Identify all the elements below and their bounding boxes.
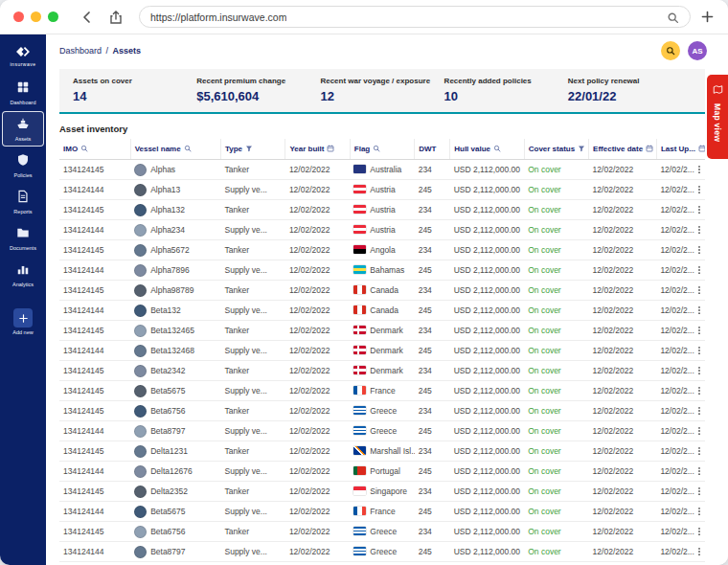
row-menu-button[interactable]	[694, 264, 704, 276]
row-menu-button[interactable]	[694, 506, 704, 517]
new-tab-button[interactable]	[700, 10, 715, 24]
share-icon[interactable]	[108, 10, 124, 25]
vessel-name: Beta2342	[150, 366, 185, 375]
cell-vessel-name: Beta6756	[130, 401, 220, 421]
column-header-effective-date[interactable]: Effective date	[589, 139, 657, 160]
table-row[interactable]: 134124145Beta6756Tanker12/02/2022Greece2…	[59, 522, 705, 542]
search-icon[interactable]	[667, 11, 679, 23]
row-menu-button[interactable]	[694, 365, 704, 376]
table-row[interactable]: 134124145Beta5675Supply ve...12/02/2022F…	[59, 381, 705, 401]
filter-icon[interactable]	[245, 145, 253, 152]
sidebar-item-dashboard[interactable]: Dashboard	[2, 75, 44, 110]
row-menu-button[interactable]	[694, 385, 704, 396]
status-badge: On cover	[528, 245, 561, 255]
calendar-icon[interactable]	[646, 145, 653, 152]
sidebar-item-documents[interactable]: Documents	[2, 220, 44, 256]
table-row[interactable]: 134124145Delta1231Tanker12/02/2022Marsha…	[59, 441, 705, 462]
table-row[interactable]: 134124144Beta8797Supply ve...12/02/2022G…	[59, 542, 705, 562]
cell-cover-status: On cover	[524, 401, 588, 421]
search-icon[interactable]	[184, 145, 192, 152]
row-menu-button[interactable]	[694, 184, 704, 195]
table-row[interactable]: 134124144Delta12676Supply ve...12/02/202…	[59, 462, 705, 482]
table-row[interactable]: 134124144Beta132468Supply ve...12/02/202…	[59, 341, 705, 361]
table-row[interactable]: 134124144Beta5675Supply ve...12/02/2022F…	[59, 502, 705, 522]
row-menu-button[interactable]	[694, 445, 704, 457]
minimize-window-button[interactable]	[31, 11, 41, 22]
stat-card: Recently added policies10	[444, 77, 568, 103]
row-menu-button[interactable]	[694, 546, 704, 557]
last-updated-value: 12/02/2...	[660, 346, 694, 355]
close-window-button[interactable]	[13, 11, 24, 22]
table-row[interactable]: 134124145AlphasTanker12/02/2022Australia…	[59, 160, 705, 180]
column-header-year-built[interactable]: Year built	[285, 139, 350, 160]
row-menu-button[interactable]	[694, 204, 704, 215]
sidebar-item-label: Policies	[14, 172, 33, 178]
table-row[interactable]: 134124145Alpha132Tanker12/02/2022Austria…	[59, 200, 705, 220]
cell-hull-value: USD 2,112,000.00	[450, 341, 525, 361]
column-header-imo[interactable]: IMO	[59, 139, 130, 160]
back-icon[interactable]	[80, 10, 95, 25]
vessel-avatar	[134, 486, 147, 498]
column-header-flag[interactable]: Flag	[350, 139, 414, 160]
map-view-button[interactable]: Map view	[707, 75, 728, 159]
avatar[interactable]: AS	[688, 41, 707, 60]
sidebar-item-assets[interactable]: Assets	[2, 111, 44, 147]
column-header-cover-status[interactable]: Cover status	[524, 139, 588, 160]
table-row[interactable]: 134124145Alpha98789Tanker12/02/2022Canad…	[59, 281, 705, 301]
row-menu-button[interactable]	[694, 244, 704, 256]
row-menu-button[interactable]	[694, 325, 704, 336]
search-icon[interactable]	[373, 145, 380, 152]
sidebar-item-analytics[interactable]: Analytics	[2, 257, 44, 292]
filter-icon[interactable]	[578, 145, 585, 152]
table-row[interactable]: 134124145Beta132465Tanker12/02/2022Denma…	[59, 321, 705, 341]
row-menu-button[interactable]	[694, 164, 704, 175]
add-new-button[interactable]: Add new	[2, 303, 44, 340]
cell-last-updated: 12/02/2...	[656, 321, 705, 341]
table-row[interactable]: 134124144Beta132Supply ve...12/02/2022Ca…	[59, 301, 705, 321]
cell-imo: 134124145	[59, 482, 130, 502]
table-row[interactable]: 134124145Alpha5672Tanker12/02/2022Angola…	[59, 240, 705, 260]
table-row[interactable]: 134124144Alpha234Supply ve...12/02/2022A…	[59, 220, 705, 240]
row-menu-button[interactable]	[694, 345, 704, 356]
row-menu-button[interactable]	[694, 284, 704, 296]
table-row[interactable]: 134124144Alpha13Supply ve...12/02/2022Au…	[59, 180, 705, 200]
vessel-avatar	[134, 305, 147, 317]
row-menu-button[interactable]	[694, 224, 704, 236]
vessel-avatar	[134, 385, 147, 397]
last-updated-value: 12/02/2...	[660, 386, 694, 396]
column-header-type[interactable]: Type	[220, 139, 284, 160]
column-header-dwt[interactable]: DWT	[415, 139, 450, 160]
column-label: IMO	[63, 145, 78, 153]
stat-label: Recently added policies	[444, 77, 568, 85]
search-icon[interactable]	[80, 145, 88, 152]
row-menu-button[interactable]	[694, 405, 704, 417]
breadcrumb-dashboard[interactable]: Dashboard	[59, 46, 102, 56]
row-menu-button[interactable]	[694, 305, 704, 316]
sidebar-item-policies[interactable]: Policies	[2, 147, 44, 183]
global-search-button[interactable]	[661, 41, 680, 60]
row-menu-button[interactable]	[694, 486, 704, 497]
table-row[interactable]: 134124145Beta2342Tanker12/02/2022Denmark…	[59, 361, 705, 381]
flag-name: Angola	[370, 245, 395, 255]
flag-name: Canada	[370, 285, 398, 295]
cell-last-updated: 12/02/2...	[656, 301, 705, 321]
column-header-hull-value[interactable]: Hull value	[450, 139, 525, 160]
row-menu-button[interactable]	[694, 425, 704, 437]
row-menu-button[interactable]	[694, 465, 704, 477]
column-header-last-up[interactable]: Last Up...	[656, 139, 705, 160]
search-icon[interactable]	[493, 145, 501, 152]
cell-type: Supply ve...	[220, 381, 284, 401]
column-header-vessel-name[interactable]: Vessel name	[130, 139, 220, 160]
url-bar[interactable]: https://platform.insurwave.com	[139, 6, 691, 28]
row-menu-button[interactable]	[694, 526, 704, 537]
cell-last-updated: 12/02/2...	[656, 341, 705, 361]
table-row[interactable]: 134124144Beta8797Supply ve...12/02/2022G…	[59, 421, 705, 441]
sidebar-item-reports[interactable]: Reports	[2, 184, 44, 219]
calendar-icon[interactable]	[698, 145, 705, 152]
table-row[interactable]: 134124145Beta6756Tanker12/02/2022Greece2…	[59, 401, 705, 421]
calendar-icon[interactable]	[327, 145, 334, 152]
maximize-window-button[interactable]	[48, 11, 58, 22]
table-row[interactable]: 134124145Delta2352Tanker12/02/2022Singap…	[59, 482, 705, 502]
table-row[interactable]: 134124144Alpha7896Supply ve...12/02/2022…	[59, 260, 705, 281]
cell-dwt: 234	[415, 401, 450, 421]
